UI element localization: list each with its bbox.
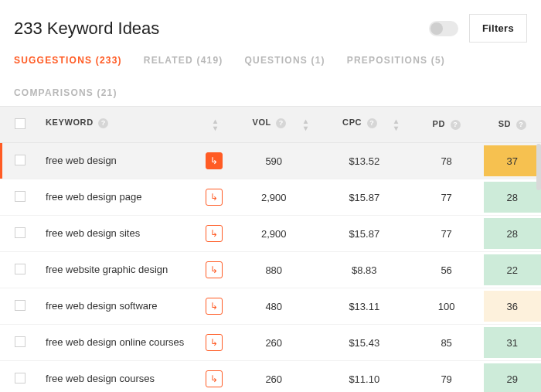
keyword-cell: free web design courses↳ xyxy=(39,361,229,393)
cpc-cell: $11.10 xyxy=(319,361,410,393)
column-vol[interactable]: VOL ? ▴▾ xyxy=(229,107,319,143)
table-row[interactable]: free web design software↳480$13.1110036 xyxy=(0,288,541,325)
help-icon[interactable]: ? xyxy=(516,120,526,130)
sd-cell: 29 xyxy=(484,361,542,393)
column-pd[interactable]: PD ? xyxy=(410,107,484,143)
column-keyword[interactable]: KEYWORD ? ▴▾ xyxy=(39,107,229,143)
expand-icon[interactable]: ↳ xyxy=(206,334,223,351)
row-checkbox-cell xyxy=(0,361,39,393)
keyword-cell: free website graphic design↳ xyxy=(39,252,229,288)
tab-2[interactable]: QUESTIONS (1) xyxy=(245,55,325,66)
vol-cell: 590 xyxy=(229,143,319,179)
keyword-cell: free web design page↳ xyxy=(39,179,229,216)
view-toggle[interactable] xyxy=(429,21,458,36)
tab-0[interactable]: SUGGESTIONS (233) xyxy=(14,55,122,66)
row-checkbox[interactable] xyxy=(15,373,26,383)
expand-icon[interactable]: ↳ xyxy=(206,189,223,206)
row-checkbox-cell xyxy=(0,143,39,179)
keyword-text: free web design page xyxy=(46,191,201,204)
keyword-cell: free web design online courses↳ xyxy=(39,325,229,361)
sd-cell: 28 xyxy=(484,216,542,252)
row-checkbox-cell xyxy=(0,325,39,361)
sd-cell: 22 xyxy=(484,252,542,288)
column-cpc[interactable]: CPC ? ▴▾ xyxy=(319,107,410,143)
scrollbar-thumb[interactable] xyxy=(536,144,541,190)
expand-icon[interactable]: ↳ xyxy=(206,298,223,315)
pd-cell: 77 xyxy=(410,216,484,252)
vol-cell: 260 xyxy=(229,361,319,393)
table-row[interactable]: free web design sites↳2,900$15.877728 xyxy=(0,216,541,252)
column-sd[interactable]: SD ? xyxy=(484,107,542,143)
row-checkbox[interactable] xyxy=(15,300,26,311)
sd-cell: 28 xyxy=(484,179,542,216)
row-checkbox-cell xyxy=(0,252,39,288)
pd-cell: 56 xyxy=(410,252,484,288)
keyword-cell: free web design↳ xyxy=(39,143,229,179)
table-row[interactable]: free web design page↳2,900$15.877728 xyxy=(0,179,541,216)
help-icon[interactable]: ? xyxy=(367,118,377,128)
sort-icon[interactable]: ▴▾ xyxy=(304,118,308,131)
table-row[interactable]: free web design courses↳260$11.107929 xyxy=(0,361,541,393)
sort-icon[interactable]: ▴▾ xyxy=(394,118,399,131)
row-checkbox[interactable] xyxy=(15,336,26,347)
column-pd-label: PD xyxy=(433,119,445,128)
row-checkbox-cell xyxy=(0,216,39,252)
cpc-cell: $15.87 xyxy=(319,179,410,216)
pd-cell: 85 xyxy=(410,325,484,361)
expand-icon[interactable]: ↳ xyxy=(206,225,223,242)
keyword-text: free website graphic design xyxy=(46,264,201,277)
tab-1[interactable]: RELATED (419) xyxy=(144,55,223,66)
vol-cell: 480 xyxy=(229,288,319,325)
row-checkbox[interactable] xyxy=(15,155,26,165)
table-row[interactable]: free web design↳590$13.527837 xyxy=(0,143,541,179)
filters-button[interactable]: Filters xyxy=(469,14,527,43)
table-row[interactable]: free web design online courses↳260$15.43… xyxy=(0,325,541,361)
sd-cell: 31 xyxy=(484,325,542,361)
expand-icon[interactable]: ↳ xyxy=(206,152,223,169)
table-row[interactable]: free website graphic design↳880$8.835622 xyxy=(0,252,541,288)
pd-cell: 79 xyxy=(410,361,484,393)
keyword-text: free web design sites xyxy=(46,227,201,240)
vol-cell: 2,900 xyxy=(229,179,319,216)
expand-icon[interactable]: ↳ xyxy=(206,370,223,387)
tab-3[interactable]: PREPOSITIONS (5) xyxy=(347,55,445,66)
vol-cell: 260 xyxy=(229,325,319,361)
pd-cell: 100 xyxy=(410,288,484,325)
cpc-cell: $15.87 xyxy=(319,216,410,252)
keyword-text: free web design software xyxy=(46,300,201,313)
tab-4[interactable]: COMPARISONS (21) xyxy=(14,87,117,98)
row-checkbox[interactable] xyxy=(15,191,26,202)
column-vol-label: VOL xyxy=(253,118,271,127)
expand-icon[interactable]: ↳ xyxy=(206,261,223,278)
pd-cell: 77 xyxy=(410,179,484,216)
keyword-cell: free web design software↳ xyxy=(39,288,229,325)
help-icon[interactable]: ? xyxy=(98,118,108,128)
help-icon[interactable]: ? xyxy=(276,118,286,128)
cpc-cell: $13.52 xyxy=(319,143,410,179)
help-icon[interactable]: ? xyxy=(451,120,461,130)
cpc-cell: $8.83 xyxy=(319,252,410,288)
sd-cell: 37 xyxy=(484,143,542,179)
row-checkbox-cell xyxy=(0,288,39,325)
sort-icon[interactable]: ▴▾ xyxy=(213,118,218,131)
header: 233 Keyword Ideas Filters xyxy=(0,0,541,52)
select-all-checkbox[interactable] xyxy=(15,118,26,129)
header-controls: Filters xyxy=(429,14,527,43)
row-checkbox[interactable] xyxy=(15,264,26,274)
row-checkbox-cell xyxy=(0,179,39,216)
keyword-cell: free web design sites↳ xyxy=(39,216,229,252)
header-checkbox-cell xyxy=(0,107,39,143)
keyword-text: free web design courses xyxy=(46,373,201,386)
column-cpc-label: CPC xyxy=(342,118,362,127)
sd-cell: 36 xyxy=(484,288,542,325)
column-sd-label: SD xyxy=(498,119,511,128)
keyword-table: KEYWORD ? ▴▾ VOL ? ▴▾ CPC ? ▴▾ PD ? SD ? xyxy=(0,106,541,392)
row-checkbox[interactable] xyxy=(15,227,26,238)
pd-cell: 78 xyxy=(410,143,484,179)
page-title: 233 Keyword Ideas xyxy=(14,19,159,39)
vol-cell: 880 xyxy=(229,252,319,288)
vol-cell: 2,900 xyxy=(229,216,319,252)
keyword-text: free web design xyxy=(46,155,201,168)
cpc-cell: $15.43 xyxy=(319,325,410,361)
tab-bar: SUGGESTIONS (233)RELATED (419)QUESTIONS … xyxy=(0,52,541,106)
